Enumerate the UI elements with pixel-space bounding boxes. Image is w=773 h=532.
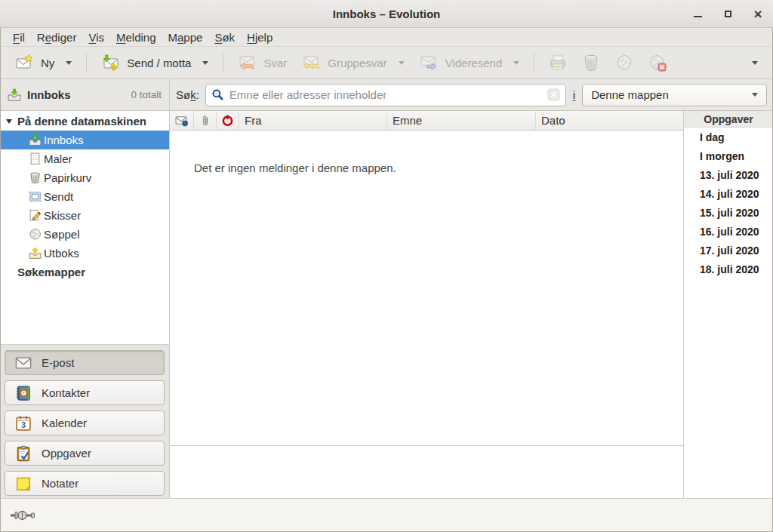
current-folder-name: Innboks — [27, 88, 71, 101]
junk-icon — [615, 54, 633, 72]
folder-papirkurv[interactable]: Papirkurv — [0, 168, 169, 187]
templates-icon — [29, 152, 42, 165]
send-receive-icon — [101, 54, 119, 72]
column-status[interactable] — [170, 111, 194, 130]
todo-bar-title: Oppgaver — [684, 111, 773, 128]
menu-fil[interactable]: Fil — [7, 29, 31, 45]
new-mail-icon — [15, 54, 33, 72]
search-folders-root[interactable]: Søkemapper — [0, 263, 169, 281]
reply-button[interactable]: Svar — [230, 50, 294, 75]
new-message-button[interactable]: Ny — [8, 50, 79, 75]
status-bar — [0, 498, 773, 532]
toolbar-separator — [86, 53, 87, 72]
delete-button[interactable] — [574, 50, 608, 75]
folder-utboks[interactable]: Utboks — [0, 244, 169, 263]
menu-bar: Fil Rediger Vis Melding Mappe Søk Hjelp — [0, 28, 773, 47]
chevron-down-icon — [752, 93, 758, 97]
sidebar: På denne datamaskinen Innboks Maler — [0, 111, 170, 498]
folder-soppel[interactable]: Søppel — [0, 225, 169, 244]
tasks-icon — [15, 445, 32, 462]
main-content: På denne datamaskinen Innboks Maler — [0, 111, 773, 498]
window-controls: × — [691, 0, 764, 27]
send-receive-button[interactable]: Send / motta — [94, 50, 216, 75]
priority-icon — [221, 114, 234, 127]
calendar-icon: 3 — [15, 415, 32, 432]
reply-icon — [238, 54, 256, 72]
column-attachment[interactable] — [194, 111, 217, 130]
todo-item-date[interactable]: 18. juli 2020 — [684, 260, 773, 278]
maximize-icon — [725, 11, 731, 17]
titlebar[interactable]: Innboks – Evolution × — [0, 0, 773, 28]
search-input[interactable]: Emne eller adresser inneholder — [205, 84, 566, 106]
search-scope-dropdown[interactable]: Denne mappen — [582, 84, 767, 106]
folder-skisser[interactable]: Skisser — [0, 206, 169, 225]
forward-button[interactable]: Videresend — [412, 50, 528, 75]
todo-item-date[interactable]: 14. juli 2020 — [684, 184, 773, 203]
chevron-down-icon — [399, 61, 405, 65]
svg-text:3: 3 — [21, 420, 26, 429]
switcher-tasks-button[interactable]: Oppgaver — [5, 441, 165, 466]
message-list[interactable]: Det er ingen meldinger i denne mappen. — [170, 131, 683, 445]
chevron-down-icon — [513, 61, 519, 65]
print-button[interactable] — [541, 50, 574, 75]
toolbar-separator — [534, 53, 534, 72]
search-scope-conjunction: i — [572, 88, 576, 101]
folder-innboks[interactable]: Innboks — [0, 131, 169, 149]
expander-icon[interactable] — [6, 119, 12, 124]
minimize-button[interactable] — [691, 8, 704, 20]
maximize-button[interactable] — [722, 8, 734, 20]
message-list-headers: Fra Emne Dato — [170, 111, 683, 131]
empty-folder-message: Det er ingen meldinger i denne mappen. — [194, 161, 683, 174]
switcher-mail-button[interactable]: E-post — [5, 350, 165, 375]
clear-search-icon[interactable] — [547, 88, 560, 101]
reply-label: Svar — [263, 57, 287, 69]
switcher-contacts-button[interactable]: Kontakter — [5, 380, 165, 405]
todo-item-date[interactable]: 15. juli 2020 — [684, 203, 773, 222]
forward-icon — [420, 54, 438, 72]
evolution-window: Innboks – Evolution × Fil Rediger Vis Me… — [0, 0, 773, 532]
message-list-pane: Fra Emne Dato Det er ingen meldinger i d… — [170, 111, 684, 498]
reply-all-icon — [302, 54, 320, 72]
switcher-calendar-button[interactable]: 3 Kalender — [5, 411, 165, 435]
menu-sok[interactable]: Søk — [208, 29, 241, 45]
folder-sendt[interactable]: Sendt — [0, 187, 169, 206]
search-icon — [211, 88, 224, 101]
reply-all-button[interactable]: Gruppesvar — [294, 50, 411, 75]
menu-hjelp[interactable]: Hjelp — [241, 29, 279, 45]
print-icon — [549, 54, 567, 72]
view-switcher: E-post Kontakter — [0, 344, 169, 498]
column-from[interactable]: Fra — [239, 111, 387, 130]
mail-icon — [15, 355, 32, 371]
read-status-icon — [175, 114, 188, 127]
column-subject[interactable]: Emne — [387, 111, 536, 130]
junk-icon — [29, 228, 42, 241]
notes-icon — [15, 475, 32, 492]
chevron-down-icon — [66, 61, 72, 65]
message-preview-pane — [170, 446, 683, 498]
close-button[interactable]: × — [752, 8, 764, 20]
toolbar: Ny Send / motta Svar — [0, 47, 773, 79]
folder-maler[interactable]: Maler — [0, 149, 169, 168]
menu-rediger[interactable]: Rediger — [31, 29, 83, 45]
todo-item-date[interactable]: 13. juli 2020 — [684, 165, 773, 184]
window-title: Innboks – Evolution — [333, 8, 441, 20]
account-root-on-this-computer[interactable]: På denne datamaskinen — [0, 112, 169, 131]
menu-mappe[interactable]: Mappe — [162, 29, 209, 45]
todo-item-tomorrow[interactable]: I morgen — [684, 146, 773, 165]
menu-vis[interactable]: Vis — [82, 29, 110, 45]
todo-item-date[interactable]: 16. juli 2020 — [684, 222, 773, 241]
switcher-notes-button[interactable]: Notater — [5, 471, 165, 496]
not-junk-button[interactable] — [641, 50, 674, 75]
chevron-down-icon — [752, 61, 758, 65]
todo-bar: Oppgaver I dag I morgen 13. juli 2020 14… — [684, 111, 773, 498]
toolbar-overflow-button[interactable] — [741, 57, 765, 69]
column-date[interactable]: Dato — [536, 111, 683, 130]
menu-melding[interactable]: Melding — [110, 29, 162, 45]
junk-button[interactable] — [608, 50, 641, 75]
todo-item-today[interactable]: I dag — [684, 128, 773, 146]
online-status-plug-icon[interactable] — [10, 509, 37, 521]
sent-icon — [29, 190, 42, 203]
column-priority[interactable] — [217, 111, 239, 130]
todo-item-date[interactable]: 17. juli 2020 — [684, 241, 773, 260]
outbox-icon — [29, 247, 42, 260]
